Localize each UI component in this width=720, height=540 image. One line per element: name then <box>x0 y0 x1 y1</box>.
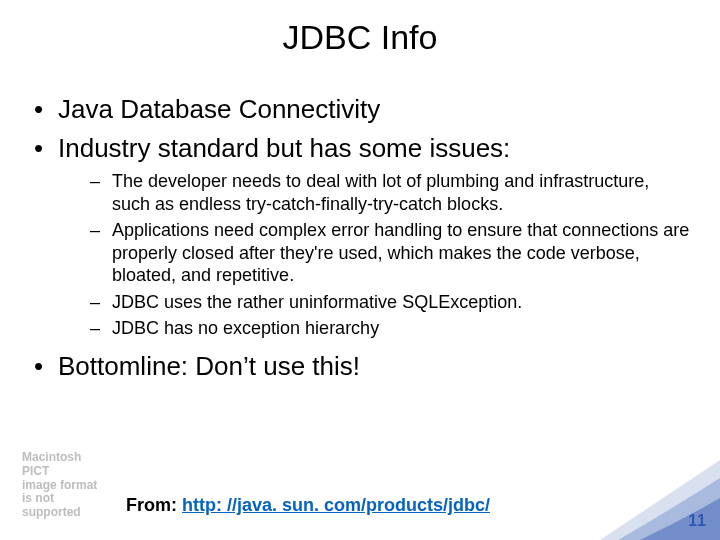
slide-title: JDBC Info <box>0 0 720 65</box>
source-line: From: http: //java. sun. com/products/jd… <box>126 495 490 516</box>
image-placeholder: Macintosh PICT image format is not suppo… <box>22 451 108 520</box>
slide-content: Java Database Connectivity Industry stan… <box>0 65 720 382</box>
sub-bullet-item: The developer needs to deal with lot of … <box>58 170 690 215</box>
placeholder-line: image format <box>22 479 108 493</box>
bullet-item: Bottomline: Don’t use this! <box>30 350 690 383</box>
bullet-list: Java Database Connectivity Industry stan… <box>30 93 690 382</box>
source-link[interactable]: http: //java. sun. com/products/jdbc/ <box>182 495 490 515</box>
source-label: From: <box>126 495 182 515</box>
bullet-item: Industry standard but has some issues: T… <box>30 132 690 340</box>
sub-bullet-list: The developer needs to deal with lot of … <box>58 170 690 340</box>
sub-bullet-item: JDBC has no exception hierarchy <box>58 317 690 340</box>
slide: JDBC Info Java Database Connectivity Ind… <box>0 0 720 540</box>
placeholder-line: Macintosh PICT <box>22 451 108 479</box>
bullet-item: Java Database Connectivity <box>30 93 690 126</box>
sub-bullet-item: Applications need complex error handling… <box>58 219 690 287</box>
placeholder-line: is not supported <box>22 492 108 520</box>
sub-bullet-item: JDBC uses the rather uninformative SQLEx… <box>58 291 690 314</box>
bullet-text: Industry standard but has some issues: <box>58 133 510 163</box>
page-number: 11 <box>688 512 706 530</box>
